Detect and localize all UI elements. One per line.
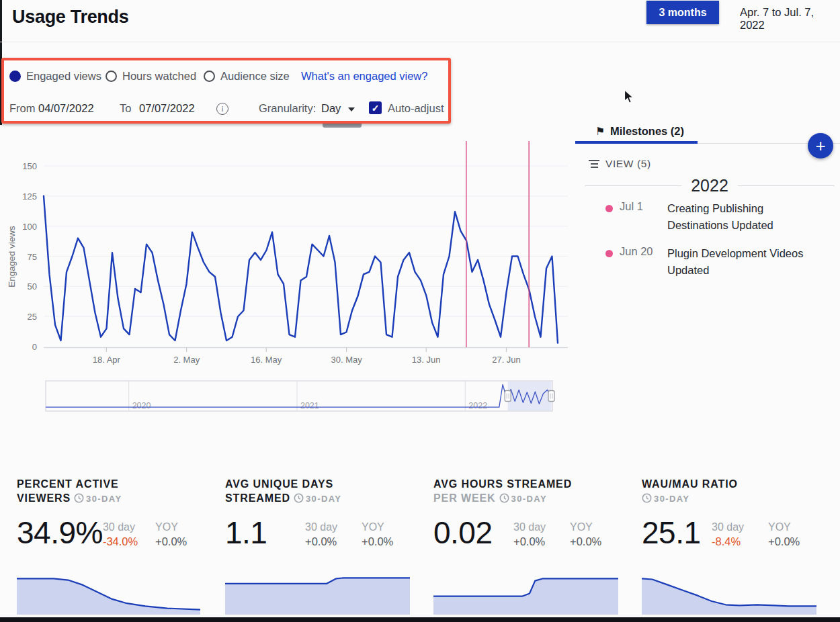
svg-text:16. May: 16. May [251,355,282,365]
radio-engaged-views[interactable] [9,71,21,82]
milestone-item[interactable]: Jun 20 Plugin Development Videos Updated [575,245,840,279]
svg-text:Engaged views: Engaged views [7,226,17,287]
radio-audience-size-label[interactable]: Audience size [220,70,290,83]
metric-value: 0.02 [433,517,493,548]
svg-text:50: 50 [28,281,37,292]
metric-value: 1.1 [225,517,267,548]
delta-30day-value: +0.0% [513,535,545,547]
partial-hidden-element [323,124,362,128]
delta-30day-label: 30 day [513,521,570,533]
delta-30day-value: -34.0% [103,535,138,547]
chevron-down-icon[interactable] [348,107,355,112]
metric-sparkline [642,572,816,615]
metric-card-percent-active-viewers: PERCENT ACTIVE VIEWERS30-DAY 34.9% 30 da… [17,477,200,615]
milestone-list: Jul 1 Creating Publishing Destinations U… [575,200,840,290]
clock-icon [499,493,509,503]
delta-30day-value: +0.0% [305,535,337,547]
from-date-input[interactable]: 04/07/2022 [38,102,94,115]
metric-sparkline [433,572,618,615]
window-edge-line [0,0,2,125]
auto-adjust-checkbox[interactable]: ✓ [369,101,382,114]
yoy-label: YOY [570,521,618,533]
granularity-select[interactable]: Day [321,102,341,115]
clock-icon [74,493,84,503]
milestones-view-filter[interactable]: VIEW (5) [589,158,651,170]
metric-value-row: 0.02 30 day+0.0% YOY+0.0% [433,517,618,548]
metric-card-title: AVG UNIQUE DAYS STREAMED30-DAY [225,477,410,506]
tab-active-underline [575,141,698,144]
period-badge: 30-DAY [654,494,689,504]
to-label: To [120,102,131,115]
year-rule-left [585,185,681,186]
svg-text:150: 150 [22,161,37,171]
period-badge: 30-DAY [86,494,122,504]
metric-card-avg-unique-days: AVG UNIQUE DAYS STREAMED30-DAY 1.1 30 da… [225,477,410,615]
engaged-view-help-link[interactable]: What's an engaged view? [301,70,427,83]
view-filter-label: VIEW (5) [605,158,651,170]
period-badge: 30-DAY [511,494,547,504]
radio-engaged-views-label[interactable]: Engaged views [26,70,101,83]
yoy-value: +0.0% [768,535,800,547]
metric-value-row: 34.9% 30 day-34.0% YOY+0.0% [17,517,200,548]
from-label: From [9,102,36,115]
mouse-cursor [624,89,635,107]
auto-adjust-label: Auto-adjust [388,102,444,115]
yoy-value: +0.0% [362,535,393,547]
granularity-label: Granularity: [259,102,316,115]
period-badge: 30-DAY [306,494,341,504]
yoy-label: YOY [155,521,200,533]
svg-text:125: 125 [22,191,37,202]
metric-value-row: 1.1 30 day+0.0% YOY+0.0% [225,517,410,548]
year-header-row: 2022 [585,176,835,195]
year-header: 2022 [691,176,728,195]
svg-text:2022: 2022 [468,401,487,410]
svg-text:18. Apr: 18. Apr [93,355,121,365]
clock-icon [294,493,304,503]
milestone-text: Plugin Development Videos Updated [667,245,823,279]
page-title: Usage Trends [12,7,128,28]
svg-text:2021: 2021 [300,401,319,410]
radio-hours-watched[interactable] [106,71,117,82]
metric-card-title: WAU/MAU RATIO 30-DAY [642,477,816,506]
metric-card-avg-hours-streamed: AVG HOURS STREAMED PER WEEK30-DAY 0.02 3… [433,477,618,615]
svg-text:13. Jun: 13. Jun [412,355,441,365]
delta-30day-label: 30 day [103,521,155,533]
svg-text:75: 75 [28,252,37,262]
range-3-months-button[interactable]: 3 months [646,1,719,24]
header-divider [0,42,840,42]
metric-sparkline [17,572,200,615]
tab-milestones[interactable]: Milestones (2) [610,125,684,138]
svg-text:27. Jun: 27. Jun [492,355,521,365]
milestone-dot-icon [605,250,613,257]
milestone-dot-icon [605,205,613,212]
svg-text:25: 25 [28,312,37,322]
bottom-taskbar-edge [0,617,840,622]
delta-30day-label: 30 day [305,521,362,533]
yoy-value: +0.0% [155,535,187,547]
svg-text:2020: 2020 [132,401,151,410]
metric-value: 34.9% [17,517,103,548]
milestone-text: Creating Publishing Destinations Updated [667,200,823,234]
radio-audience-size[interactable] [204,71,215,82]
engaged-views-line-chart[interactable]: 0255075100125150Engaged views18. Apr2. M… [0,134,578,420]
yoy-value: +0.0% [570,535,601,547]
metric-sparkline [225,572,410,615]
milestone-date: Jul 1 [620,200,643,213]
yoy-label: YOY [768,521,816,533]
svg-text:0: 0 [32,342,37,352]
radio-hours-watched-label[interactable]: Hours watched [122,70,196,83]
info-icon[interactable]: i [216,103,228,115]
milestone-item[interactable]: Jul 1 Creating Publishing Destinations U… [575,200,840,234]
yoy-label: YOY [362,521,410,533]
to-date-input[interactable]: 07/07/2022 [139,102,195,115]
clock-icon [642,493,652,503]
date-range-text: Apr. 7 to Jul. 7, 2022 [740,6,840,32]
milestones-panel: ⚑ Milestones (2) + VIEW (5) 2022 Jul 1 C… [575,125,840,286]
svg-text:30. May: 30. May [331,355,362,365]
svg-text:100: 100 [22,222,37,232]
metric-card-title: PERCENT ACTIVE VIEWERS30-DAY [17,477,200,506]
metric-value: 25.1 [642,517,701,548]
add-milestone-button[interactable]: + [808,133,833,159]
flag-icon: ⚑ [595,125,605,138]
metric-card-title: AVG HOURS STREAMED PER WEEK30-DAY [433,477,618,506]
